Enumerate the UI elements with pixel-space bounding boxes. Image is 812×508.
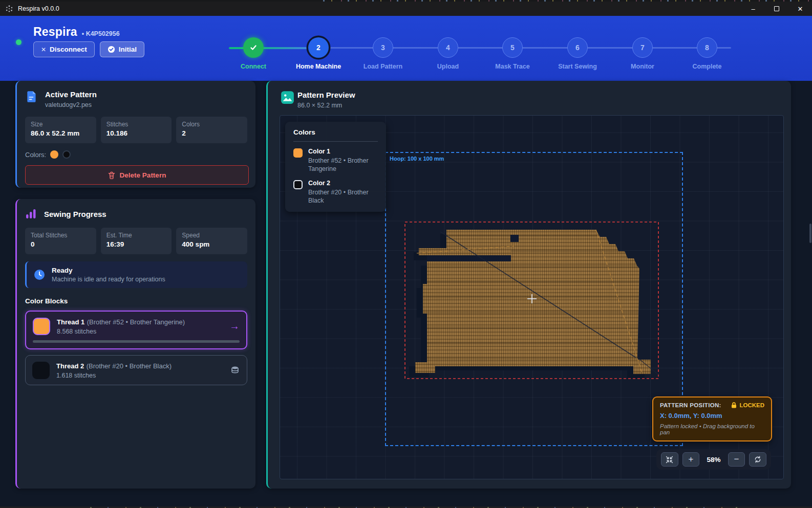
- legend-swatch-2: [293, 180, 303, 189]
- active-pattern-title: Active Pattern: [45, 90, 97, 99]
- stat-size-value: 86.0 x 52.2 mm: [31, 129, 91, 137]
- document-icon: [25, 90, 38, 103]
- stat-est-time-label: Est. Time: [106, 232, 166, 239]
- thread-1-detail: (Brother #52 • Brother Tangerine): [87, 318, 185, 326]
- step-6-label: Start Sewing: [542, 63, 613, 70]
- connection-status-dot: [16, 39, 22, 45]
- stat-stitches-label: Stitches: [106, 121, 166, 128]
- database-icon: [230, 365, 240, 376]
- stat-size: Size 86.0 x 52.2 mm: [25, 117, 96, 143]
- stat-stitches: Stitches 10.186: [101, 117, 172, 143]
- status-title: Ready: [52, 267, 165, 274]
- legend-title: Colors: [293, 128, 378, 136]
- color-swatch-orange: [50, 150, 58, 159]
- stat-stitches-value: 10.186: [106, 129, 166, 137]
- check-circle-icon: [108, 46, 115, 53]
- window-scrollbar-thumb[interactable]: [809, 224, 811, 243]
- thread-1-swatch: [33, 318, 50, 335]
- step-8-label: Complete: [671, 63, 743, 70]
- stat-est-time: Est. Time 16:39: [101, 228, 172, 254]
- pattern-coordinates: X: 0.0mm, Y: 0.0mm: [660, 412, 764, 419]
- locked-badge: LOCKED: [739, 402, 764, 408]
- sewing-progress-title: Sewing Progress: [44, 210, 106, 218]
- stat-speed-label: Speed: [182, 232, 242, 239]
- refresh-icon: [754, 455, 762, 463]
- pattern-dimensions: 86.0 × 52.2 mm: [297, 102, 342, 109]
- zoom-out-button[interactable]: −: [728, 452, 745, 467]
- close-button[interactable]: ✕: [788, 2, 812, 16]
- compress-icon: [665, 455, 674, 464]
- titlebar[interactable]: Respira v0.0.0 – ✕: [0, 2, 812, 16]
- hoop-label: Hoop: 100 x 100 mm: [390, 156, 444, 162]
- thread-2-row[interactable]: Thread 2 (Brother #20 • Brother Black) 1…: [25, 355, 247, 385]
- legend-color2-desc: Brother #20 • Brother Black: [308, 188, 378, 205]
- arrow-right-icon: →: [229, 320, 240, 332]
- step-7-label: Monitor: [607, 63, 678, 70]
- pattern-position-overlay: PATTERN POSITION: LOCKED X: 0.0mm, Y: 0.…: [652, 396, 772, 441]
- clock-icon: [34, 269, 45, 280]
- thread-1-row[interactable]: Thread 1 (Brother #52 • Brother Tangerin…: [25, 311, 247, 349]
- stat-est-time-value: 16:39: [106, 240, 166, 248]
- pattern-preview-card: Pattern Preview 86.0 × 52.2 mm Hoop: 100…: [266, 81, 791, 489]
- color-swatch-black: [62, 150, 71, 159]
- legend-swatch-1: [293, 148, 303, 158]
- window-title: Respira v0.0.0: [18, 5, 59, 12]
- step-5-label: Mask Trace: [477, 63, 548, 70]
- step-8-circle: 8: [697, 37, 717, 58]
- delete-pattern-button[interactable]: Delete Pattern: [25, 165, 249, 185]
- legend-item-color1: Color 1 Brother #52 • Brother Tangerine: [293, 148, 378, 173]
- thread-2-swatch: [32, 362, 50, 379]
- step-3-circle: 3: [373, 37, 393, 58]
- pattern-position-label: PATTERN POSITION:: [660, 402, 721, 408]
- legend-color2-name: Color 2: [308, 180, 378, 187]
- step-3-label: Load Pattern: [347, 63, 419, 70]
- active-pattern-card: Active Pattern valetudogv2.pes Size 86.0…: [15, 81, 255, 188]
- stat-colors-value: 2: [182, 129, 242, 137]
- status-description: Machine is idle and ready for operations: [52, 276, 165, 283]
- x-icon: ✕: [41, 46, 46, 53]
- step-2-circle: 2: [308, 37, 329, 58]
- stat-size-label: Size: [31, 121, 91, 128]
- app-logo-icon: [5, 5, 13, 13]
- check-icon: [249, 43, 258, 52]
- step-7-circle: 7: [632, 37, 653, 58]
- brand-title: Respira: [33, 25, 77, 39]
- legend-item-color2: Color 2 Brother #20 • Brother Black: [293, 180, 378, 205]
- thread-1-stitches: 8.568 stitches: [57, 328, 185, 335]
- legend-color1-name: Color 1: [308, 148, 378, 155]
- zoom-in-button[interactable]: +: [682, 452, 700, 467]
- pattern-filename: valetudogv2.pes: [45, 101, 97, 108]
- pattern-preview-title: Pattern Preview: [297, 91, 355, 99]
- step-4-circle: 4: [438, 37, 458, 58]
- step-4-label: Upload: [412, 63, 484, 70]
- trash-icon: [108, 171, 115, 179]
- zoom-toolbar: + 58% −: [656, 449, 771, 470]
- colors-legend: Colors Color 1 Brother #52 • Brother Tan…: [285, 122, 386, 212]
- thread-2-name: Thread 2: [56, 362, 84, 370]
- thread-2-stitches: 1.618 stitches: [56, 372, 172, 379]
- minimize-button[interactable]: –: [741, 2, 765, 16]
- initial-button[interactable]: Initial: [100, 41, 144, 57]
- disconnect-button[interactable]: ✕ Disconnect: [33, 41, 95, 57]
- reset-view-button[interactable]: [749, 452, 766, 467]
- machine-serial: • K4P502956: [82, 30, 120, 37]
- stat-colors-label: Colors: [182, 121, 242, 128]
- color-blocks-heading: Color Blocks: [25, 297, 247, 305]
- step-2-label: Home Machine: [283, 63, 354, 70]
- app-header: Respira • K4P502956 ✕ Disconnect Initial: [0, 16, 812, 81]
- stat-total-stitches-label: Total Stitches: [31, 232, 91, 239]
- thread-2-detail: (Brother #20 • Brother Black): [87, 362, 172, 370]
- colors-label: Colors:: [25, 151, 46, 159]
- step-6-circle: 6: [567, 37, 588, 58]
- maximize-button[interactable]: [765, 2, 788, 16]
- image-icon: [281, 91, 294, 104]
- step-1-label: Connect: [218, 63, 289, 70]
- zoom-level: 58%: [703, 456, 723, 463]
- lock-icon: [731, 402, 737, 408]
- sewing-progress-card: Sewing Progress Total Stitches 0 Est. Ti…: [15, 199, 255, 489]
- fit-to-view-button[interactable]: [661, 452, 678, 467]
- pattern-position-hint: Pattern locked • Drag background to pan: [660, 423, 764, 435]
- preview-canvas[interactable]: Hoop: 100 x 100 mm: [280, 115, 784, 479]
- machine-status-banner: Ready Machine is idle and ready for oper…: [25, 261, 247, 288]
- delete-pattern-label: Delete Pattern: [120, 171, 166, 179]
